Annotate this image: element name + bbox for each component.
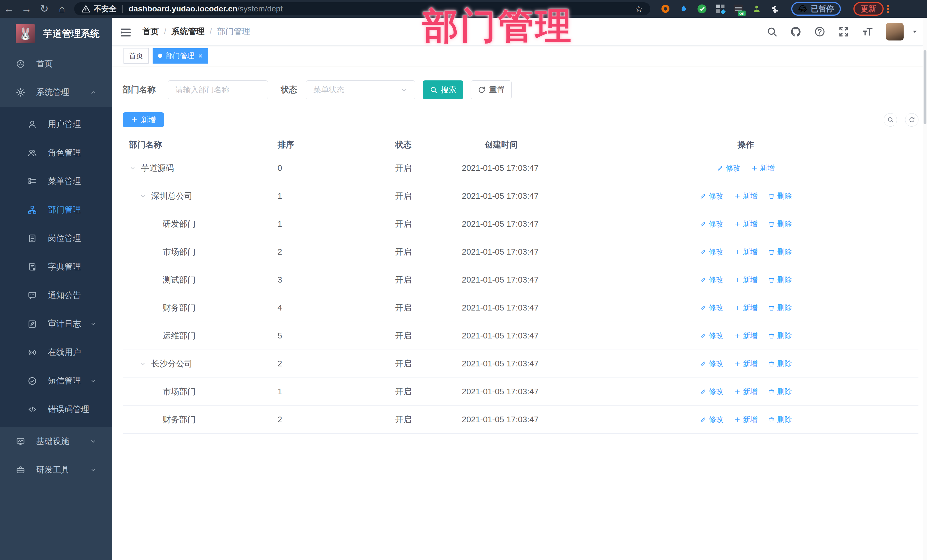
tab-dept-management[interactable]: 部门管理 × [153,48,208,64]
breadcrumb-home[interactable]: 首页 [142,26,159,37]
extensions-puzzle-icon[interactable] [770,4,780,14]
profile-paused-pill[interactable]: 😂 已暂停 [791,2,841,16]
reset-button[interactable]: 重置 [471,80,512,99]
add-button[interactable]: 新增 [123,112,164,127]
plus-icon [131,116,138,123]
font-size-icon[interactable] [862,26,873,37]
status-select[interactable]: 菜单状态 [306,80,415,99]
add-link[interactable]: 新增 [734,191,758,201]
edit-link[interactable]: 修改 [717,163,741,173]
sidebar-item-审计日志[interactable]: 审计日志 [0,310,112,338]
delete-link[interactable]: 删除 [768,247,792,257]
extension-list-icon[interactable]: on [734,4,743,14]
toggle-search-button[interactable] [884,113,897,127]
sidebar-item-在线用户[interactable]: 在线用户 [0,338,112,367]
tab-home[interactable]: 首页 [123,48,149,64]
edit-link[interactable]: 修改 [700,191,723,201]
sidebar-item-研发工具[interactable]: 研发工具 [0,456,112,484]
expand-caret-icon[interactable] [139,360,147,367]
add-link[interactable]: 新增 [751,163,775,173]
add-link[interactable]: 新增 [734,414,758,425]
delete-link[interactable]: 删除 [768,414,792,425]
edit-link[interactable]: 修改 [700,414,723,425]
edit-link[interactable]: 修改 [700,387,723,397]
extension-grid-icon[interactable] [715,4,725,14]
dept-name-input[interactable] [168,80,268,99]
browser-home-button[interactable]: ⌂ [53,0,71,18]
table-row: 测试部门3开启2021-01-05 17:03:47修改新增删除 [123,266,918,294]
browser-extensions-area: on [661,4,780,14]
add-link[interactable]: 新增 [734,219,758,229]
browser-reload-button[interactable]: ↻ [35,0,53,18]
user-avatar[interactable] [886,23,904,41]
dept-name: 财务部门 [163,414,196,425]
sidebar-item-部门管理[interactable]: 部门管理 [0,196,112,224]
sidebar-item-岗位管理[interactable]: 岗位管理 [0,224,112,253]
add-link[interactable]: 新增 [734,331,758,341]
edit-link[interactable]: 修改 [700,359,723,369]
add-link[interactable]: 新增 [734,303,758,313]
delete-link[interactable]: 删除 [768,275,792,285]
sidebar-item-用户管理[interactable]: 用户管理 [0,110,112,138]
sidebar-item-字典管理[interactable]: 字典管理 [0,253,112,281]
delete-link[interactable]: 删除 [768,331,792,341]
expand-caret-icon[interactable] [139,193,147,200]
edit-link[interactable]: 修改 [700,303,723,313]
security-label[interactable]: 不安全 [94,4,117,14]
add-link[interactable]: 新增 [734,275,758,285]
delete-link[interactable]: 删除 [768,303,792,313]
github-icon[interactable] [790,26,801,37]
refresh-table-button[interactable] [905,113,918,127]
address-bar[interactable]: 不安全 dashboard.yudao.iocoder.cn /system/d… [74,2,650,15]
edit-link[interactable]: 修改 [700,275,723,285]
delete-link[interactable]: 删除 [768,359,792,369]
created-time-cell: 2021-01-05 17:03:47 [459,415,619,424]
sidebar-toggle-icon[interactable] [120,27,132,36]
delete-link[interactable]: 删除 [768,387,792,397]
add-link[interactable]: 新增 [734,247,758,257]
extension-green-person-icon[interactable] [752,4,761,14]
sidebar-item-首页[interactable]: 首页 [0,50,112,78]
dept-name-label: 部门名称 [123,84,156,96]
delete-link[interactable]: 删除 [768,191,792,201]
header-search-icon[interactable] [766,26,778,37]
actions-cell: 修改新增删除 [619,219,918,229]
add-link[interactable]: 新增 [734,359,758,369]
sidebar-item-通知公告[interactable]: 通知公告 [0,281,112,310]
sidebar-item-基础设施[interactable]: 基础设施 [0,427,112,456]
browser-forward-button[interactable]: → [18,0,35,18]
system-submenu: 用户管理角色管理菜单管理部门管理岗位管理字典管理通知公告审计日志在线用户短信管理… [0,107,112,427]
tab-close-icon[interactable]: × [198,52,202,59]
edit-link[interactable]: 修改 [700,247,723,257]
sidebar-item-菜单管理[interactable]: 菜单管理 [0,167,112,196]
sidebar-logo-row[interactable]: 🐰 芋道管理系统 [0,18,112,50]
help-icon[interactable] [814,26,825,37]
delete-link[interactable]: 删除 [768,219,792,229]
browser-menu-kebab-icon[interactable] [887,4,889,14]
extension-green-check-icon[interactable] [697,4,707,14]
scrollbar-thumb[interactable] [924,50,926,124]
menulist-icon [27,176,37,186]
expand-caret-icon[interactable] [129,164,136,172]
avatar-caret-down-icon[interactable] [911,28,918,35]
sidebar-item-短信管理[interactable]: 短信管理 [0,367,112,395]
edit-link[interactable]: 修改 [700,219,723,229]
fullscreen-icon[interactable] [838,26,849,37]
add-link[interactable]: 新增 [734,387,758,397]
browser-back-button[interactable]: ← [0,0,18,18]
sidebar-item-角色管理[interactable]: 角色管理 [0,138,112,167]
column-header-actions: 操作 [619,139,918,150]
extension-orange-ring-icon[interactable] [661,4,670,14]
breadcrumb-system[interactable]: 系统管理 [172,26,205,37]
app-header: 首页 / 系统管理 / 部门管理 [112,18,927,46]
extension-blue-drop-icon[interactable] [679,4,688,14]
search-button[interactable]: 搜索 [423,80,463,99]
status-cell: 开启 [392,358,459,370]
update-label: 更新 [861,4,876,14]
browser-update-button[interactable]: 更新 [853,2,884,16]
table-row: 财务部门2开启2021-01-05 17:03:47修改新增删除 [123,406,918,434]
edit-link[interactable]: 修改 [700,331,723,341]
sidebar-item-错误码管理[interactable]: 错误码管理 [0,395,112,424]
sidebar-item-系统管理[interactable]: 系统管理 [0,78,112,107]
bookmark-star-icon[interactable]: ☆ [635,3,643,14]
